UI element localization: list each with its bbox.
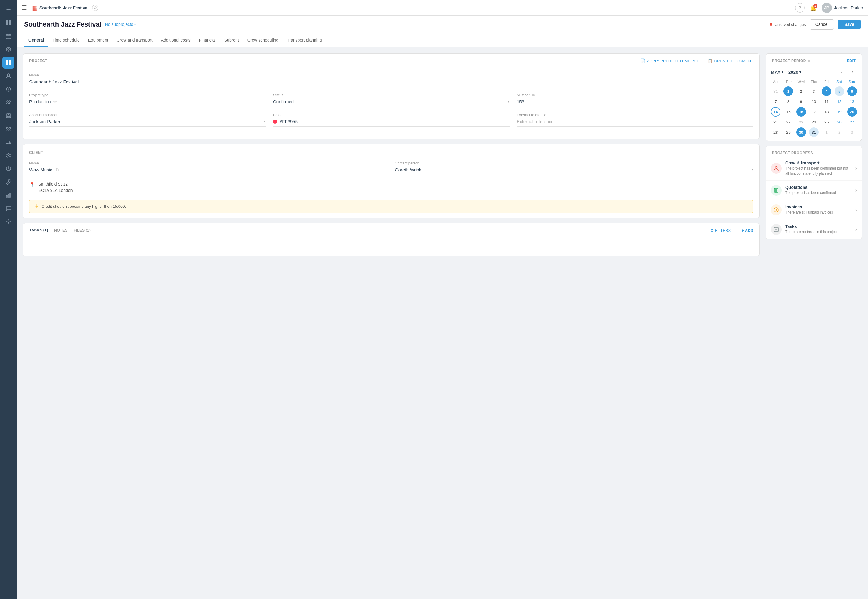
calendar-date-2-next[interactable]: 2 [835,127,844,137]
tab-additional-costs[interactable]: Additional costs [157,33,195,47]
calendar-date-7[interactable]: 7 [771,97,781,106]
calendar-date-21[interactable]: 21 [771,117,781,127]
files-tab[interactable]: FILES (1) [74,228,90,233]
create-document-button[interactable]: 📋 CREATE DOCUMENT [707,59,753,63]
calendar-date-17[interactable]: 17 [809,107,818,117]
calendar-date-18[interactable]: 18 [821,107,831,117]
settings-icon[interactable] [2,216,15,228]
cancel-button[interactable]: Cancel [809,19,834,30]
tab-subrent[interactable]: Subrent [220,33,243,47]
calendar-date-8[interactable]: 8 [784,97,793,106]
calendar-date-29[interactable]: 29 [784,127,793,137]
calendar-date-23[interactable]: 23 [796,117,806,127]
save-button[interactable]: Save [838,20,861,29]
progress-item-tasks[interactable]: Tasks There are no tasks in this project… [766,220,862,239]
calendar-date-14[interactable]: 14 [771,107,781,117]
calendar-month-selector[interactable]: MAY ▾ [771,69,784,75]
tab-transport-planning[interactable]: Transport planning [282,33,326,47]
progress-item-invoices[interactable]: $ Invoices There are still unpaid invoic… [766,200,862,220]
apply-template-button[interactable]: 📄 APPLY PROJECT TEMPLATE [640,59,700,63]
calendar-date-11[interactable]: 11 [821,97,831,106]
calendar-date-6[interactable]: 6 [847,86,857,96]
calendar-date-15[interactable]: 15 [784,107,793,117]
calendar-icon[interactable] [2,30,15,42]
calendar-date-26[interactable]: 26 [835,117,844,127]
client-name-value[interactable]: Wow Music ⎘ [29,167,387,175]
tab-financial[interactable]: Financial [195,33,220,47]
calendar-year-selector[interactable]: 2020 ▾ [788,69,801,75]
money-icon[interactable]: $ [2,83,15,95]
calendar-date-30[interactable]: 30 [796,127,806,137]
calendar-date-9[interactable]: 9 [796,97,806,106]
client-copy-icon[interactable]: ⎘ [56,167,59,172]
user-icon[interactable] [2,70,15,82]
truck-icon[interactable] [2,136,15,148]
day-sun: Sun [845,78,858,85]
tab-general[interactable]: General [24,33,48,47]
calendar-date-28[interactable]: 28 [771,127,781,137]
tasks-body [23,238,759,256]
calendar-date-1-next[interactable]: 1 [821,127,831,137]
status-value[interactable]: Confirmed ▾ [273,99,509,107]
tab-time-schedule[interactable]: Time schedule [48,33,84,47]
calendar-date-16[interactable]: 16 [796,107,806,117]
calendar-date-4[interactable]: 4 [821,86,831,96]
client-more-icon[interactable]: ⋮ [747,149,753,156]
calendar-date-2[interactable]: 2 [796,86,806,96]
calendar-date-10[interactable]: 10 [809,97,818,106]
contacts-icon[interactable] [2,110,15,122]
number-value[interactable]: 153 [517,99,753,107]
calendar-date-5[interactable]: 5 [835,86,844,96]
filters-button[interactable]: ⚙ FILTERS [710,228,731,233]
calendar-date-27[interactable]: 27 [847,117,857,127]
calendar-date-1[interactable]: 1 [784,86,793,96]
notification-button[interactable]: 🔔 1 [808,3,818,13]
tab-crew-scheduling[interactable]: Crew scheduling [243,33,283,47]
calendar-date-31-prev[interactable]: 31 [771,86,781,96]
calendar-date-24[interactable]: 24 [809,117,818,127]
svg-rect-0 [6,21,8,23]
clock-icon[interactable] [2,163,15,175]
calendar-date-19[interactable]: 19 [835,107,844,117]
team-icon[interactable] [2,96,15,108]
wrench-icon[interactable] [2,176,15,188]
project-type-value[interactable]: Production ✏ [29,99,266,107]
add-task-button[interactable]: + ADD [742,228,753,233]
tasks-tab[interactable]: TASKS (1) [29,228,48,233]
hamburger-icon[interactable]: ☰ [22,4,27,11]
account-manager-value[interactable]: Jackson Parker ▾ [29,119,266,127]
edit-type-icon[interactable]: ✏ [53,99,57,104]
project-name-value[interactable]: Southearth Jazz Festival [29,79,753,87]
checklist-icon[interactable] [2,149,15,161]
calendar-date-31[interactable]: 31 [809,127,818,137]
help-button[interactable]: ? [795,3,805,13]
people-icon[interactable] [2,123,15,135]
tab-crew-transport[interactable]: Crew and transport [113,33,157,47]
topbar-status-icon[interactable] [92,5,98,11]
calendar-prev-button[interactable]: ‹ [838,68,846,76]
calendar-date-3-next[interactable]: 3 [847,127,857,137]
progress-item-quotations[interactable]: Quotations The project has been confirme… [766,181,862,200]
chat-icon[interactable] [2,202,15,214]
subprojects-dropdown[interactable]: No subprojects ▾ [105,22,136,27]
calendar-edit-button[interactable]: EDIT [847,59,856,63]
user-profile-button[interactable]: JP Jackson Parker [821,3,863,13]
target-icon[interactable] [2,44,15,56]
color-value[interactable]: #FF3955 [273,119,509,127]
calendar-next-button[interactable]: › [848,68,857,76]
notes-tab[interactable]: NOTES [54,228,68,233]
tab-equipment[interactable]: Equipment [84,33,113,47]
calendar-date-13[interactable]: 13 [847,97,857,106]
calendar-date-22[interactable]: 22 [784,117,793,127]
menu-icon[interactable]: ☰ [2,4,15,16]
dashboard-icon[interactable] [2,17,15,29]
projects-icon[interactable] [2,57,15,69]
chart-icon[interactable] [2,189,15,201]
calendar-date-12[interactable]: 12 [835,97,844,106]
calendar-date-25[interactable]: 25 [821,117,831,127]
progress-item-crew[interactable]: Crew & transport The project has been co… [766,156,862,181]
contact-value[interactable]: Gareth Wricht ▾ [395,167,753,175]
calendar-date-20[interactable]: 20 [847,107,857,117]
ext-ref-value[interactable]: External reference [517,119,753,127]
calendar-date-3[interactable]: 3 [809,86,818,96]
